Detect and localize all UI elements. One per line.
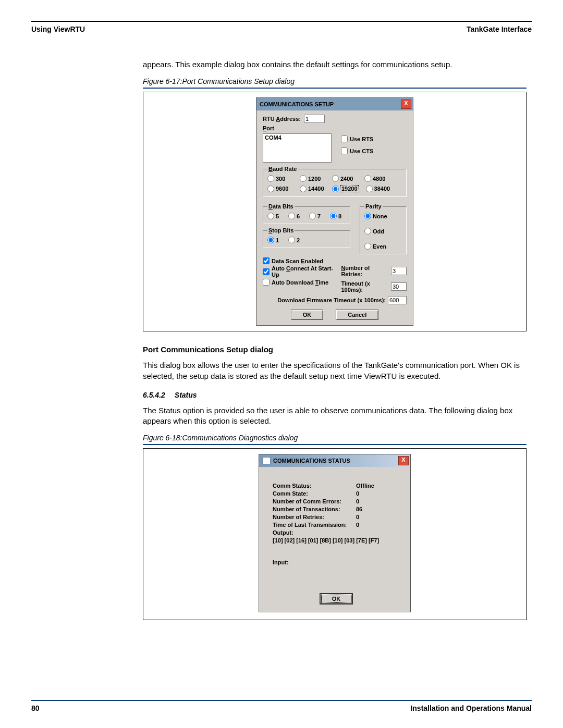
figure-6-17-caption: Figure 6-17:Port Communications Setup di… xyxy=(143,77,527,85)
rtu-address-label: RTU Address: xyxy=(263,116,301,122)
stopbits-1[interactable]: 1 xyxy=(267,237,281,243)
ok-button[interactable]: OK xyxy=(320,593,353,604)
communications-setup-dialog: COMMUNICATIONS SETUP X RTU Address: Port xyxy=(256,97,413,326)
auto-download-time-checkbox[interactable]: Auto Download Time xyxy=(263,279,336,286)
baud-300[interactable]: 300 xyxy=(267,175,292,182)
port-comm-heading: Port Communications Setup dialog xyxy=(143,345,527,354)
output-label: Output: xyxy=(273,529,400,536)
databits-7[interactable]: 7 xyxy=(309,213,323,219)
status-row: Comm State:0 xyxy=(273,490,400,497)
auto-connect-checkbox[interactable]: Auto Connect At Start-Up xyxy=(263,265,336,278)
parity-odd[interactable]: Odd xyxy=(364,228,402,235)
status-row: Number of Retries:0 xyxy=(273,514,400,520)
data-bits-group: Data Bits 5 6 7 8 xyxy=(263,203,350,224)
baud-1200[interactable]: 1200 xyxy=(300,175,325,182)
baud-14400[interactable]: 14400 xyxy=(300,185,325,192)
parity-group: Parity None Odd Even xyxy=(360,203,407,254)
section-6-5-4-2: 6.5.4.2Status xyxy=(143,391,527,399)
baud-38400[interactable]: 38400 xyxy=(366,185,391,192)
databits-6[interactable]: 6 xyxy=(288,213,302,219)
parity-none[interactable]: None xyxy=(364,213,402,219)
baud-9600[interactable]: 9600 xyxy=(267,185,292,192)
comm-setup-titlebar: COMMUNICATIONS SETUP X xyxy=(256,98,413,110)
num-retries-input[interactable] xyxy=(391,267,407,275)
comm-setup-title: COMMUNICATIONS SETUP xyxy=(260,101,334,107)
ok-button[interactable]: OK xyxy=(291,310,324,320)
use-rts-checkbox[interactable]: Use RTS xyxy=(341,135,373,142)
header-left: Using ViewRTU xyxy=(31,25,85,33)
comm-status-title: COMMUNICATIONS STATUS xyxy=(273,458,350,464)
timeout-input[interactable] xyxy=(391,282,407,291)
num-retries-label: Number of Retries: xyxy=(341,265,389,277)
use-cts-checkbox[interactable]: Use CTS xyxy=(341,147,373,154)
figure-6-18: COMMUNICATIONS STATUS X Comm Status:Offl… xyxy=(143,448,527,620)
status-row: Comm Status:Offline xyxy=(273,483,400,489)
port-comm-desc: This dialog box allows the user to enter… xyxy=(143,360,527,381)
dl-firmware-timeout-label: Download Firmware Timeout (x 100ms): xyxy=(277,297,386,303)
comm-status-titlebar: COMMUNICATIONS STATUS X xyxy=(259,454,410,467)
communications-status-dialog: COMMUNICATIONS STATUS X Comm Status:Offl… xyxy=(259,454,411,612)
window-icon xyxy=(262,457,271,464)
stopbits-2[interactable]: 2 xyxy=(288,237,302,243)
intro-paragraph: appears. This example dialog box contain… xyxy=(143,59,527,70)
cancel-button[interactable]: Cancel xyxy=(336,310,378,320)
databits-5[interactable]: 5 xyxy=(267,213,281,219)
data-scan-enabled-checkbox[interactable]: Data Scan Enabled xyxy=(263,257,336,264)
output-value: [10] [02] [16] [01] [8B] [10] [03] [7E] … xyxy=(273,537,400,544)
baud-2400[interactable]: 2400 xyxy=(332,175,357,182)
parity-even[interactable]: Even xyxy=(364,243,402,250)
status-row: Number of Transactions:86 xyxy=(273,506,400,512)
input-label: Input: xyxy=(273,559,400,565)
figure-6-18-caption: Figure 6-18:Communications Diagnostics d… xyxy=(143,434,527,442)
port-list[interactable]: COM4 xyxy=(263,133,332,163)
baud-4800[interactable]: 4800 xyxy=(364,175,389,182)
status-row: Time of Last Transmission:0 xyxy=(273,522,400,528)
figure-6-17: COMMUNICATIONS SETUP X RTU Address: Port xyxy=(143,92,527,331)
dl-firmware-timeout-input[interactable] xyxy=(388,296,407,304)
footer-doc-title: Installation and Operations Manual xyxy=(410,704,532,712)
close-icon[interactable]: X xyxy=(401,100,411,109)
close-icon[interactable]: X xyxy=(398,456,409,465)
header-right: TankGate Interface xyxy=(467,25,532,33)
status-desc: The Status option is provided so the use… xyxy=(143,405,527,427)
baud-19200[interactable]: 19200 xyxy=(332,185,359,192)
rtu-address-input[interactable] xyxy=(304,115,325,123)
databits-8[interactable]: 8 xyxy=(330,213,344,219)
baud-rate-group: Baud Rate 300 1200 2400 4800 9600 14400 … xyxy=(263,166,407,197)
status-row: Number of Comm Errors:0 xyxy=(273,498,400,504)
timeout-label: Timeout (x 100ms): xyxy=(341,280,389,293)
stop-bits-group: Stop Bits 1 2 xyxy=(263,227,350,248)
port-label: Port xyxy=(263,125,274,131)
page-number: 80 xyxy=(31,704,40,712)
